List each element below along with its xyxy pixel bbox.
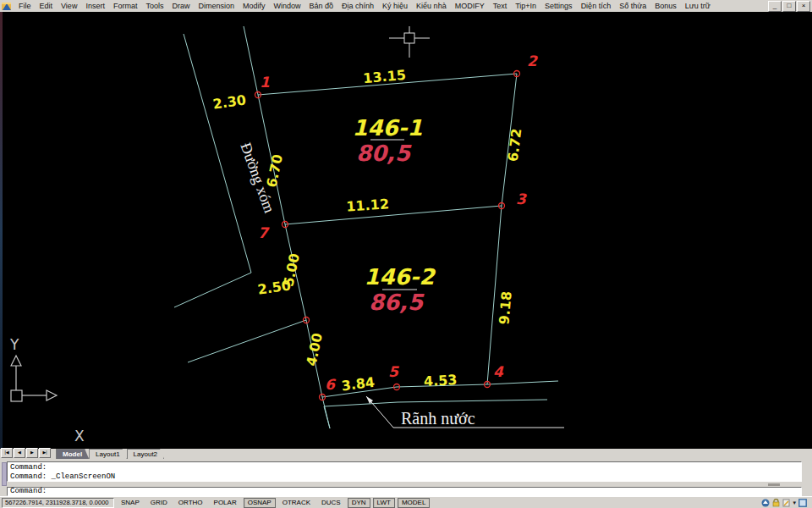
coordinate-readout[interactable]: 567226.7914, 2311928.3718, 0.0000 bbox=[2, 498, 114, 508]
toggle-dyn[interactable]: DYN bbox=[348, 498, 370, 508]
app-icon[interactable] bbox=[2, 2, 12, 11]
point-label-4[interactable]: 4 bbox=[493, 363, 504, 380]
parcel-1-area[interactable]: 80,5 bbox=[356, 141, 412, 166]
dim-2-30[interactable]: 2.30 bbox=[211, 91, 247, 112]
menu-item-ban-do[interactable]: Bản đồ bbox=[305, 1, 338, 12]
menu-item-settings[interactable]: Settings bbox=[540, 1, 577, 12]
left-edge-strip bbox=[0, 12, 3, 449]
point-label-2[interactable]: 2 bbox=[527, 52, 538, 69]
annotation-scale-icon[interactable] bbox=[782, 499, 790, 507]
status-tray: ▾ bbox=[761, 499, 812, 507]
clean-screen-icon[interactable] bbox=[798, 499, 807, 507]
menu-item-kieu-nha[interactable]: Kiểu nhà bbox=[412, 1, 451, 12]
dim-4-00[interactable]: 4.00 bbox=[303, 332, 326, 368]
point-label-3[interactable]: 3 bbox=[516, 190, 527, 207]
restore-button[interactable]: □ bbox=[782, 1, 796, 12]
tab-layout2[interactable]: Layout2 bbox=[127, 449, 164, 459]
menu-item-luu-tru[interactable]: Lưu trữ bbox=[681, 1, 715, 12]
menu-bar: File Edit View Insert Format Tools Draw … bbox=[0, 0, 812, 13]
menu-item-modify[interactable]: Modify bbox=[239, 1, 270, 12]
command-history-line: Command: bbox=[10, 463, 801, 472]
toggle-polar[interactable]: POLAR bbox=[210, 498, 241, 508]
menu-item-ky-hieu[interactable]: Ký hiệu bbox=[378, 1, 412, 12]
dim-9-18[interactable]: 9.18 bbox=[496, 290, 514, 325]
lock-icon[interactable] bbox=[772, 499, 780, 507]
point-label-6[interactable]: 6 bbox=[325, 376, 337, 393]
menu-item-insert[interactable]: Insert bbox=[81, 1, 109, 12]
layout-tab-bar: |◀ ◀ ▶ ▶| Model Layout1 Layout2 bbox=[0, 449, 812, 459]
toggle-grid[interactable]: GRID bbox=[146, 498, 172, 508]
menu-item-tip-in[interactable]: Tip+In bbox=[511, 1, 540, 12]
dim-3-84[interactable]: 3.84 bbox=[341, 374, 376, 395]
application-window: File Edit View Insert Format Tools Draw … bbox=[0, 0, 812, 508]
parcel-2-area[interactable]: 86,5 bbox=[369, 290, 425, 315]
point-label-1[interactable]: 1 bbox=[260, 74, 270, 91]
ditch-name-label[interactable]: Rãnh nước bbox=[401, 409, 475, 428]
tab-first-button[interactable]: |◀ bbox=[1, 448, 13, 458]
toggle-model[interactable]: MODEL bbox=[398, 498, 430, 508]
dim-11-12[interactable]: 11.12 bbox=[346, 196, 390, 214]
toggle-lwt[interactable]: LWT bbox=[373, 498, 395, 508]
mdi-window-controls: _ □ × bbox=[768, 1, 812, 12]
menu-item-draw[interactable]: Draw bbox=[167, 1, 194, 12]
toggle-otrack[interactable]: OTRACK bbox=[278, 498, 315, 508]
command-input[interactable]: Command: bbox=[7, 487, 802, 496]
menu-item-dimension[interactable]: Dimension bbox=[194, 1, 239, 12]
toggle-osnap[interactable]: OSNAP bbox=[244, 498, 276, 508]
toggle-ortho[interactable]: ORTHO bbox=[174, 498, 207, 508]
tab-layout1[interactable]: Layout1 bbox=[89, 449, 126, 459]
menu-item-dia-chinh[interactable]: Địa chính bbox=[337, 1, 378, 12]
command-history[interactable]: Command: Command: _CleanScreenON bbox=[7, 461, 802, 482]
menu-item-bonus[interactable]: Bonus bbox=[650, 1, 681, 12]
tab-model[interactable]: Model bbox=[56, 449, 89, 459]
tab-last-button[interactable]: ▶| bbox=[39, 448, 51, 458]
ucs-icon bbox=[11, 356, 57, 401]
menu-item-edit[interactable]: Edit bbox=[36, 1, 58, 12]
menu-item-window[interactable]: Window bbox=[270, 1, 305, 12]
command-window: Command: Command: _CleanScreenON Command… bbox=[0, 459, 812, 496]
parcel-boundary-lines[interactable] bbox=[244, 26, 558, 428]
menu-item-format[interactable]: Format bbox=[109, 1, 142, 12]
point-label-7[interactable]: 7 bbox=[258, 224, 270, 241]
crosshair-cursor bbox=[389, 26, 430, 58]
close-button[interactable]: × bbox=[797, 1, 810, 12]
dim-2-50[interactable]: 2.50 bbox=[256, 277, 292, 297]
command-resize-grip[interactable] bbox=[768, 483, 780, 486]
tray-menu-arrow-icon[interactable]: ▾ bbox=[793, 499, 796, 507]
dim-6-72[interactable]: 6.72 bbox=[505, 128, 525, 163]
communication-center-icon[interactable] bbox=[761, 499, 770, 507]
menu-item-view[interactable]: View bbox=[57, 1, 81, 12]
ucs-y-label: Y bbox=[9, 336, 19, 353]
menu-item-text[interactable]: Text bbox=[489, 1, 512, 12]
parcel-1-id[interactable]: 146-1 bbox=[352, 115, 422, 141]
menu-item-file[interactable]: File bbox=[14, 1, 36, 12]
status-bar: 567226.7914, 2311928.3718, 0.0000 SNAP G… bbox=[0, 496, 812, 508]
command-history-line: Command: _CleanScreenON bbox=[10, 472, 801, 482]
menu-item-so-thua[interactable]: Số thửa bbox=[615, 1, 650, 12]
menu-item-dien-tich[interactable]: Diện tích bbox=[577, 1, 616, 12]
dim-4-53[interactable]: 4.53 bbox=[423, 372, 457, 389]
toggle-snap[interactable]: SNAP bbox=[117, 498, 144, 508]
point-label-5[interactable]: 5 bbox=[388, 363, 399, 380]
road-lines[interactable] bbox=[174, 34, 306, 362]
ucs-x-label: X bbox=[74, 428, 85, 444]
drawing-canvas[interactable]: 1 2 3 4 5 6 7 13.15 2.30 6.70 6.72 11.12… bbox=[0, 12, 812, 449]
menu-item-tools[interactable]: Tools bbox=[141, 1, 167, 12]
tab-prev-button[interactable]: ◀ bbox=[14, 448, 25, 458]
tab-next-button[interactable]: ▶ bbox=[26, 448, 38, 458]
minimize-button[interactable]: _ bbox=[768, 1, 782, 12]
toggle-ducs[interactable]: DUCS bbox=[317, 498, 345, 508]
parcel-2-id[interactable]: 146-2 bbox=[364, 264, 436, 290]
menu-item-modify-2[interactable]: MODIFY bbox=[451, 1, 489, 12]
